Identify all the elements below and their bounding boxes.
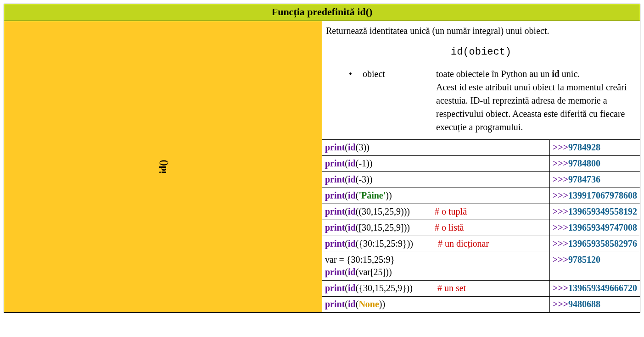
examples-table: print(id(3))>>>9784928print(id(-1))>>>97… xyxy=(322,139,640,312)
bullet-icon: • xyxy=(349,67,363,134)
output-cell: >>>9784800 xyxy=(549,155,640,171)
param-desc-suffix: unic. xyxy=(560,69,580,79)
param-row: • obiect toate obiectele în Python au un… xyxy=(326,67,636,137)
table-row: print(id('Pâine'))>>>139917067978608 xyxy=(322,188,640,204)
table-title: Funcția predefinită id() xyxy=(4,4,640,21)
output-cell: >>>139917067978608 xyxy=(549,188,640,204)
code-cell: print(id(None)) xyxy=(322,296,549,312)
table-row: var = {30:15,25:9}print(id(var[25]))>>>9… xyxy=(322,252,640,280)
param-desc-prefix: toate obiectele în Python au un xyxy=(436,69,552,79)
output-cell: >>>9480688 xyxy=(549,296,640,312)
table-row: print(id({30:15,25:9}))# un dicționar>>>… xyxy=(322,236,640,252)
output-cell: >>>9784736 xyxy=(549,171,640,188)
content-cell: Returnează identitatea unică (un număr i… xyxy=(322,21,640,313)
title-text: Funcția predefinită id() xyxy=(272,6,373,17)
table-row: print(id(None))>>>9480688 xyxy=(322,296,640,312)
param-desc-line2: Acest id este atribuit unui obiect la mo… xyxy=(436,82,627,132)
code-cell: print(id(-3)) xyxy=(322,171,549,188)
output-cell: >>>139659349558192 xyxy=(549,204,640,220)
code-cell: var = {30:15,25:9}print(id(var[25])) xyxy=(322,252,549,280)
param-desc: toate obiectele în Python au un id unic.… xyxy=(436,67,633,134)
intro-block: Returnează identitatea unică (un număr i… xyxy=(322,21,640,139)
table-row: print(id(-1))>>>9784800 xyxy=(322,155,640,171)
param-desc-bold: id xyxy=(552,69,560,79)
table-row: print(id(3))>>>9784928 xyxy=(322,139,640,155)
side-label-text: id() xyxy=(158,160,168,173)
table-row: print(id({30,15,25,9}))# un set>>>139659… xyxy=(322,280,640,296)
code-cell: print(id('Pâine')) xyxy=(322,188,549,204)
syntax-line: id(obiect) xyxy=(326,37,636,67)
function-doc-table: Funcția predefinită id() id() Returnează… xyxy=(4,4,640,313)
table-row: print(id(-3))>>>9784736 xyxy=(322,171,640,188)
code-cell: print(id({30:15,25:9}))# un dicționar xyxy=(322,236,549,252)
table-row: print(id([30,15,25,9]))# o listă>>>13965… xyxy=(322,220,640,236)
side-label-cell: id() xyxy=(4,21,322,313)
output-cell: >>>9784928 xyxy=(549,139,640,155)
output-cell: >>>139659349747008 xyxy=(549,220,640,236)
output-cell: >>>139659358582976 xyxy=(549,236,640,252)
code-cell: print(id({30,15,25,9}))# un set xyxy=(322,280,549,296)
table-row: print(id((30,15,25,9)))# o tuplă>>>13965… xyxy=(322,204,640,220)
intro-line: Returnează identitatea unică (un număr i… xyxy=(326,25,636,37)
code-cell: print(id(3)) xyxy=(322,139,549,155)
param-name: obiect xyxy=(363,67,436,134)
code-cell: print(id(-1)) xyxy=(322,155,549,171)
output-cell: >>>139659349666720 xyxy=(549,280,640,296)
code-cell: print(id([30,15,25,9]))# o listă xyxy=(322,220,549,236)
output-cell: >>>9785120 xyxy=(549,252,640,280)
code-cell: print(id((30,15,25,9)))# o tuplă xyxy=(322,204,549,220)
